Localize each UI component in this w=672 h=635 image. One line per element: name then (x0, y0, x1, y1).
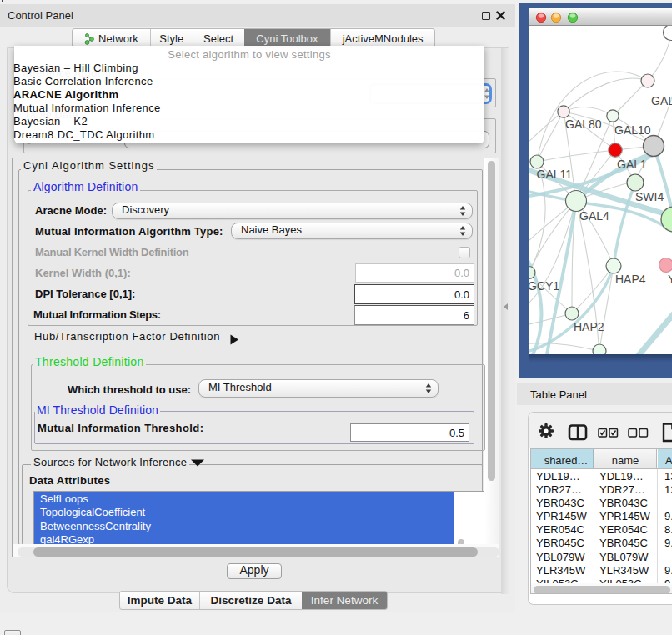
svg-text:SWI4: SWI4 (635, 190, 664, 203)
svg-text:GCY1: GCY1 (529, 279, 559, 292)
svg-text:GAL1: GAL1 (617, 158, 647, 171)
svg-text:Y: Y (668, 272, 672, 286)
svg-text:GAL: GAL (651, 94, 672, 108)
svg-text:HAP2: HAP2 (574, 320, 604, 333)
svg-text:GAL4: GAL4 (579, 209, 609, 222)
svg-text:GAL11: GAL11 (537, 168, 573, 181)
svg-text:HAP4: HAP4 (615, 272, 646, 286)
svg-text:GAL80: GAL80 (565, 118, 602, 131)
svg-text:GAL10: GAL10 (614, 123, 651, 137)
